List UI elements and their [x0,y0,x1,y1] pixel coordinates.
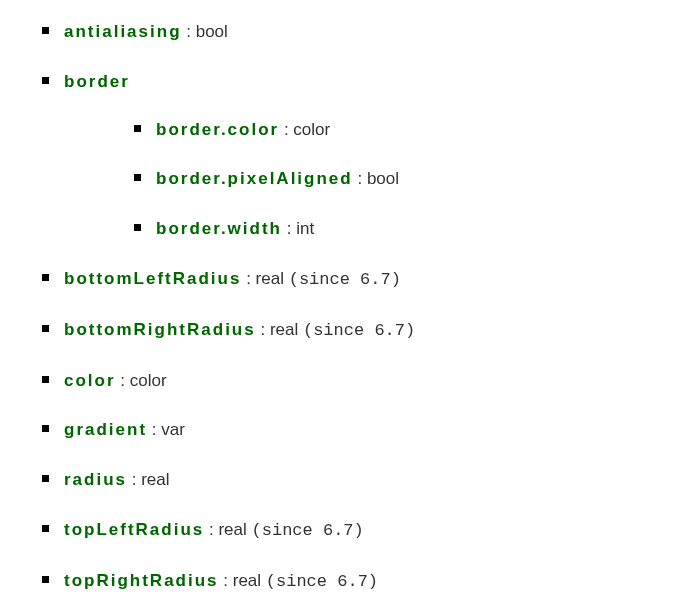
list-item: border border.color : color border.pixel… [40,70,639,241]
property-link-border-pixelaligned[interactable]: border.pixelAligned [156,169,353,188]
separator: : [353,169,367,188]
property-link-border-color[interactable]: border.color [156,120,279,139]
property-link-border-width[interactable]: border.width [156,219,282,238]
property-type: bool [196,22,228,41]
property-type: real [256,269,284,288]
since-note: (since 6.7) [289,270,401,289]
property-link-antialiasing[interactable]: antialiasing [64,22,182,41]
property-link-border[interactable]: border [64,72,130,91]
list-item: topLeftRadius : real (since 6.7) [40,518,639,543]
property-list: antialiasing : bool border border.color … [40,20,639,594]
separator: : [282,219,296,238]
separator: : [256,320,270,339]
list-item: bottomLeftRadius : real (since 6.7) [40,267,639,292]
property-link-topleftradius[interactable]: topLeftRadius [64,520,204,539]
property-link-toprightradius[interactable]: topRightRadius [64,571,219,590]
list-item: border.width : int [132,217,639,241]
property-link-bottomrightradius[interactable]: bottomRightRadius [64,320,256,339]
list-item: topRightRadius : real (since 6.7) [40,569,639,594]
property-type: bool [367,169,399,188]
separator: : [279,120,293,139]
separator: : [182,22,196,41]
property-sublist: border.color : color border.pixelAligned… [132,118,639,241]
separator: : [116,371,130,390]
separator: : [241,269,255,288]
property-type: real [218,520,246,539]
since-note: (since 6.7) [303,321,415,340]
property-type: real [233,571,261,590]
list-item: bottomRightRadius : real (since 6.7) [40,318,639,343]
separator: : [219,571,233,590]
property-type: int [296,219,314,238]
separator: : [204,520,218,539]
property-type: color [130,371,167,390]
list-item: antialiasing : bool [40,20,639,44]
property-link-color[interactable]: color [64,371,116,390]
list-item: border.color : color [132,118,639,142]
property-type: real [270,320,298,339]
list-item: color : color [40,369,639,393]
separator: : [127,470,141,489]
property-link-bottomleftradius[interactable]: bottomLeftRadius [64,269,241,288]
list-item: radius : real [40,468,639,492]
since-note: (since 6.7) [266,572,378,591]
property-link-gradient[interactable]: gradient [64,420,147,439]
since-note: (since 6.7) [252,521,364,540]
property-type: color [293,120,330,139]
list-item: border.pixelAligned : bool [132,167,639,191]
property-type: real [141,470,169,489]
property-link-radius[interactable]: radius [64,470,127,489]
list-item: gradient : var [40,418,639,442]
property-type: var [161,420,185,439]
separator: : [147,420,161,439]
